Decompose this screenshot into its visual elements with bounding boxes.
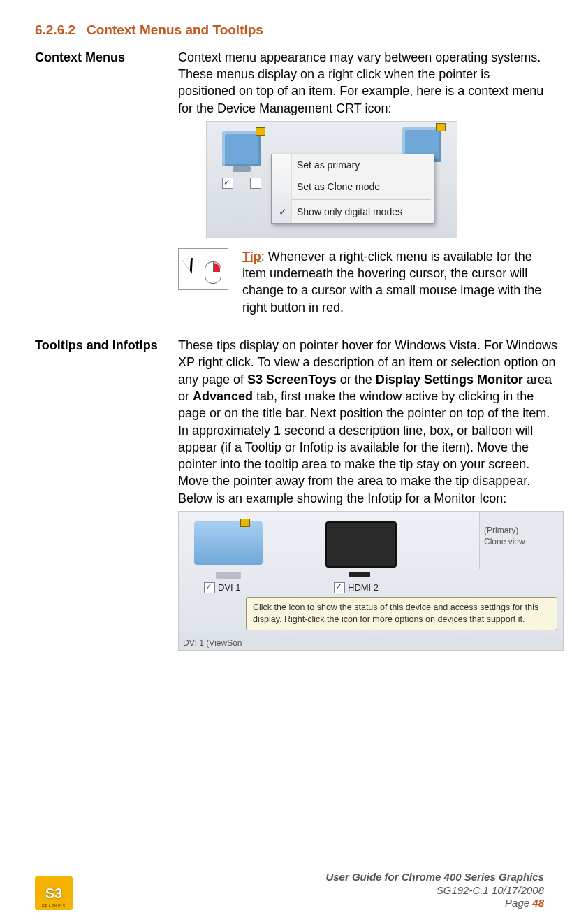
status-clone: Clone view [484, 537, 559, 548]
hdmi-checkbox-row: HDMI 2 [334, 582, 379, 594]
infotip-figure: (Primary) Clone view DVI 1 HDMI 2 Click … [178, 511, 564, 651]
monitor-screen-icon [325, 521, 397, 568]
infotip-tooltip: Click the icon to show the status of thi… [246, 597, 557, 630]
context-menus-paragraph: Context menu appearance may vary between… [178, 49, 544, 117]
monitor-dvi-icon [194, 521, 263, 572]
dvi-label: DVI 1 [218, 582, 241, 594]
tooltips-infotips-paragraph: These tips display on pointer hover for … [178, 337, 564, 507]
page-footer: S3 GRAPHICS User Guide for Chrome 400 Se… [35, 871, 544, 910]
mouse-icon [205, 261, 221, 284]
menu-item-set-primary[interactable]: Set as primary [272, 154, 434, 176]
section-heading: 6.2.6.2 Context Menus and Tooltips [35, 21, 544, 39]
page-label: Page [505, 897, 532, 909]
monitor-screen-icon [194, 521, 263, 565]
checkbox-dvi[interactable] [204, 582, 215, 593]
logo-text: S3 [45, 884, 62, 903]
monitor-badge-icon [256, 127, 265, 136]
context-menu-figure: Set as primary Set as Clone mode ✓ Show … [206, 121, 457, 238]
bottom-strip-label: DVI 1 (ViewSon [179, 635, 563, 650]
context-menu-popup: Set as primary Set as Clone mode ✓ Show … [271, 154, 434, 224]
monitor-icon-left [222, 131, 261, 166]
menu-item-show-digital-label: Show only digital modes [297, 206, 402, 217]
section-number: 6.2.6.2 [35, 22, 75, 37]
checkbox-icon [222, 178, 233, 189]
status-primary: (Primary) [484, 526, 559, 537]
check-icon: ✓ [279, 205, 287, 219]
checkbox-hdmi[interactable] [334, 582, 345, 593]
tip-paragraph: Tip: Whenever a right-click menu is avai… [242, 248, 544, 316]
monitor-badge-icon [240, 519, 250, 527]
hdmi-label: HDMI 2 [348, 582, 379, 594]
ti-bold2: Display Settings Monitor [376, 373, 523, 387]
context-menus-row: Context Menus Context menu appearance ma… [35, 49, 544, 331]
monitor-hdmi-icon [325, 521, 394, 572]
menu-separator [274, 199, 431, 200]
ti-bold1: S3 ScreenToys [247, 373, 337, 387]
tip-text: : Whenever a right-click menu is availab… [242, 250, 541, 315]
page-number: 48 [532, 897, 544, 909]
s3-logo: S3 GRAPHICS [35, 876, 73, 910]
context-menus-label: Context Menus [35, 49, 178, 331]
cursor-arrow-icon [182, 253, 200, 273]
context-menus-content: Context menu appearance may vary between… [178, 49, 544, 331]
checkbox-icon [250, 178, 261, 189]
cursor-figure [178, 248, 228, 290]
ti-mid1: or the [337, 373, 376, 387]
ti-post: tab, first make the window active by cli… [178, 389, 550, 505]
tooltips-infotips-content: These tips display on pointer hover for … [178, 337, 564, 651]
dvi-checkbox-row: DVI 1 [204, 582, 241, 594]
tip-row: Tip: Whenever a right-click menu is avai… [178, 248, 544, 319]
footer-doc: SG192-C.1 10/17/2008 [325, 884, 544, 897]
mouse-right-button-icon [214, 263, 220, 272]
right-status-panel: (Primary) Clone view [479, 512, 563, 569]
footer-text: User Guide for Chrome 400 Series Graphic… [325, 871, 544, 910]
tip-label: Tip [242, 250, 261, 264]
menu-item-set-clone[interactable]: Set as Clone mode [272, 176, 434, 198]
menu-item-show-digital[interactable]: ✓ Show only digital modes [272, 201, 434, 223]
section-title: Context Menus and Tooltips [87, 22, 263, 37]
tooltips-infotips-row: Tooltips and Infotips These tips display… [35, 337, 544, 651]
ti-bold3: Advanced [193, 389, 253, 403]
monitor-badge-icon [436, 123, 446, 131]
footer-title: User Guide for Chrome 400 Series Graphic… [325, 871, 544, 884]
tooltips-infotips-label: Tooltips and Infotips [35, 337, 178, 651]
logo-subtext: GRAPHICS [42, 904, 66, 909]
